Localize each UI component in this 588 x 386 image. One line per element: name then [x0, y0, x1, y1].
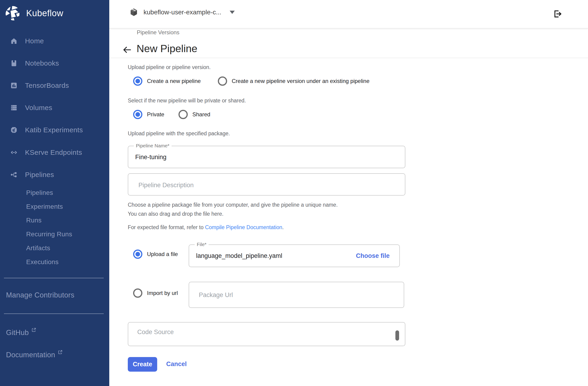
- bar-chart-icon: [10, 82, 18, 89]
- external-link-icon: [31, 327, 37, 333]
- format-help-suffix: .: [282, 224, 284, 230]
- header-divider: [109, 58, 588, 58]
- file-field[interactable]: File* language_model_pipeline.yaml Choos…: [189, 245, 400, 267]
- sidebar-subitem-runs[interactable]: Runs: [26, 217, 42, 224]
- sidebar-item-manage-contributors[interactable]: Manage Contributors: [6, 291, 74, 299]
- code-arrows-icon: [10, 149, 18, 156]
- scrollbar-thumb[interactable]: [395, 330, 399, 341]
- format-help-line: For expected file format, refer to Compi…: [128, 224, 284, 230]
- sidebar-item-katib-experiments[interactable]: Katib Experiments: [0, 123, 109, 137]
- notebook-icon: [10, 60, 18, 67]
- github-link-label: GitHub: [6, 329, 29, 337]
- pipeline-description-placeholder: Pipeline Description: [138, 182, 194, 189]
- sidebar-item-label: TensorBoards: [25, 82, 69, 90]
- radio-unselected-icon[interactable]: [133, 289, 142, 298]
- breadcrumb: Pipeline Versions: [137, 29, 179, 36]
- sidebar-subitem-recurring-runs[interactable]: Recurring Runs: [26, 230, 72, 238]
- kubeflow-logo: Kubeflow: [4, 5, 63, 22]
- choose-help-line1: Choose a pipeline package file from your…: [128, 202, 338, 208]
- sidebar-item-label: Pipelines: [25, 171, 54, 179]
- chevron-down-icon: [230, 11, 235, 14]
- radio-option-upload-file[interactable]: Upload a file: [133, 250, 178, 259]
- code-source-placeholder: Code Source: [137, 329, 174, 336]
- code-source-field[interactable]: Code Source: [128, 322, 405, 346]
- radio-selected-icon[interactable]: [133, 250, 142, 259]
- sidebar-item-volumes[interactable]: Volumes: [0, 100, 109, 115]
- radio-label[interactable]: Create a new pipeline version under an e…: [232, 78, 369, 84]
- choose-file-button[interactable]: Choose file: [356, 252, 390, 259]
- radio-label[interactable]: Shared: [192, 111, 210, 118]
- sidebar-subitem-experiments[interactable]: Experiments: [26, 203, 63, 210]
- namespace-label: kubeflow-user-example-c...: [144, 9, 221, 16]
- sidebar: Kubeflow Home Notebooks TensorBoards: [0, 0, 109, 386]
- radio-selected-icon[interactable]: [133, 76, 142, 86]
- home-icon: [10, 37, 18, 45]
- sidebar-item-label: Home: [25, 37, 44, 45]
- radio-option-shared[interactable]: Shared: [178, 110, 210, 119]
- sidebar-item-kserve-endpoints[interactable]: KServe Endpoints: [0, 145, 109, 160]
- sidebar-item-documentation[interactable]: Documentation: [6, 351, 63, 359]
- file-field-value[interactable]: language_model_pipeline.yaml: [196, 252, 282, 259]
- sidebar-divider: [4, 278, 104, 278]
- package-url-field[interactable]: Package Url: [189, 282, 404, 308]
- cancel-button[interactable]: Cancel: [166, 361, 187, 368]
- pipeline-description-field[interactable]: Pipeline Description: [128, 173, 405, 196]
- sidebar-subitem-pipelines[interactable]: Pipelines: [26, 189, 53, 197]
- radio-label[interactable]: Create a new pipeline: [147, 78, 201, 84]
- sidebar-item-label: Katib Experiments: [25, 126, 83, 134]
- choose-help-line2: You can also drag and drop the file here…: [128, 211, 223, 217]
- kubeflow-logo-icon: [4, 5, 21, 22]
- pipeline-name-field[interactable]: Pipeline Name* Fine-tuning: [128, 146, 405, 168]
- intro-text: Upload pipeline or pipeline version.: [128, 64, 211, 70]
- namespace-selector[interactable]: kubeflow-user-example-c...: [129, 7, 235, 17]
- package-url-placeholder: Package Url: [199, 291, 233, 298]
- radio-label[interactable]: Upload a file: [147, 251, 178, 257]
- radio-label[interactable]: Import by url: [147, 290, 178, 296]
- compile-pipeline-documentation-link[interactable]: Compile Pipeline Documentation: [205, 224, 282, 230]
- sidebar-item-label: Volumes: [25, 104, 52, 112]
- package-help-text: Upload pipeline with the specified packa…: [128, 131, 230, 137]
- package-icon: [129, 7, 138, 17]
- sidebar-item-tensorboards[interactable]: TensorBoards: [0, 78, 109, 93]
- pipelines-icon: [10, 171, 18, 178]
- page-title: New Pipeline: [137, 43, 197, 55]
- sidebar-divider: [4, 314, 104, 314]
- documentation-link-label: Documentation: [6, 351, 55, 359]
- kubeflow-logo-text: Kubeflow: [26, 8, 63, 18]
- radio-unselected-icon[interactable]: [218, 76, 227, 86]
- sidebar-subitem-artifacts[interactable]: Artifacts: [26, 245, 50, 252]
- radio-option-create-new-pipeline[interactable]: Create a new pipeline: [133, 76, 201, 86]
- radio-unselected-icon[interactable]: [178, 110, 188, 119]
- top-bar: kubeflow-user-example-c...: [109, 0, 588, 28]
- storage-icon: [10, 104, 18, 112]
- visibility-help-text: Select if the new pipeline will be priva…: [128, 97, 246, 104]
- telescope-icon: [10, 126, 18, 134]
- sidebar-item-label: KServe Endpoints: [25, 149, 82, 156]
- format-help-prefix: For expected file format, refer to: [128, 224, 205, 230]
- sidebar-subitem-executions[interactable]: Executions: [26, 258, 59, 266]
- radio-selected-icon[interactable]: [133, 110, 142, 119]
- main-area: kubeflow-user-example-c... Pipeline Vers…: [109, 0, 588, 386]
- radio-option-private[interactable]: Private: [133, 110, 164, 119]
- pipeline-name-value[interactable]: Fine-tuning: [135, 153, 167, 160]
- external-link-icon: [57, 349, 63, 355]
- sidebar-item-pipelines[interactable]: Pipelines: [0, 167, 109, 182]
- create-button[interactable]: Create: [128, 357, 157, 372]
- radio-option-import-by-url[interactable]: Import by url: [133, 289, 178, 298]
- file-field-label: File*: [195, 242, 209, 247]
- back-button[interactable]: [122, 45, 132, 55]
- radio-label[interactable]: Private: [147, 111, 164, 118]
- sidebar-item-github[interactable]: GitHub: [6, 329, 37, 337]
- pipeline-name-label: Pipeline Name*: [134, 143, 171, 149]
- sidebar-item-home[interactable]: Home: [0, 34, 109, 48]
- sidebar-item-notebooks[interactable]: Notebooks: [0, 56, 109, 71]
- radio-option-create-pipeline-version[interactable]: Create a new pipeline version under an e…: [218, 76, 369, 86]
- logout-icon[interactable]: [552, 9, 563, 19]
- sidebar-item-label: Notebooks: [25, 59, 59, 67]
